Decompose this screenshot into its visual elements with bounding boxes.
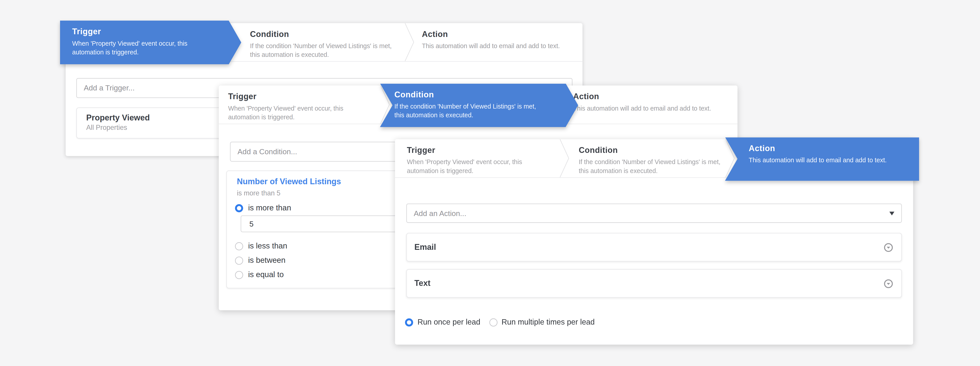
step-title: Action bbox=[573, 92, 735, 101]
condition-option-is-less-than[interactable]: is less than bbox=[235, 241, 287, 252]
step-title: Trigger bbox=[228, 92, 377, 101]
step-divider-icon bbox=[404, 23, 414, 61]
step-description: When 'Property Viewed' event occur, this… bbox=[407, 158, 556, 176]
step-description: If the condition 'Number of Viewed Listi… bbox=[250, 42, 409, 60]
action-card: Trigger When 'Property Viewed' event occ… bbox=[395, 139, 913, 344]
stepper: Trigger When 'Property Viewed' event occ… bbox=[219, 86, 738, 124]
option-label: is between bbox=[248, 256, 285, 265]
step-action[interactable]: Action This automation will add to email… bbox=[573, 86, 735, 124]
radio-selected-icon[interactable] bbox=[235, 204, 243, 212]
stepper: Condition If the condition 'Number of Vi… bbox=[66, 23, 582, 62]
step-title: Trigger bbox=[407, 146, 556, 155]
step-description: When 'Property Viewed' event occur, this… bbox=[72, 40, 241, 57]
step-title: Condition bbox=[250, 29, 409, 39]
circle-chevron-down-icon[interactable] bbox=[884, 279, 893, 288]
step-description: This automation will add to email and ad… bbox=[422, 42, 581, 51]
run-multiple-times-option[interactable]: Run multiple times per lead bbox=[489, 318, 595, 326]
option-label: is more than bbox=[248, 203, 291, 212]
radio-unselected-icon[interactable] bbox=[235, 256, 243, 265]
condition-name-link[interactable]: Number of Viewed Listings bbox=[237, 177, 341, 186]
add-action-select[interactable] bbox=[406, 203, 902, 223]
condition-summary: is more than 5 bbox=[237, 189, 280, 196]
condition-option-is-equal-to[interactable]: is equal to bbox=[235, 269, 284, 280]
step-description: If the condition 'Number of Viewed Listi… bbox=[579, 158, 724, 176]
step-condition[interactable]: Condition If the condition 'Number of Vi… bbox=[579, 139, 724, 177]
step-title: Action bbox=[749, 137, 919, 153]
action-row-text[interactable]: Text bbox=[406, 269, 902, 298]
automation-builder-page: Condition If the condition 'Number of Vi… bbox=[0, 0, 980, 366]
step-description: When 'Property Viewed' event occur, this… bbox=[228, 104, 377, 122]
radio-unselected-icon[interactable] bbox=[235, 242, 243, 250]
step-trigger-active[interactable]: Trigger When 'Property Viewed' event occ… bbox=[60, 21, 241, 64]
run-option-label: Run multiple times per lead bbox=[501, 318, 595, 326]
option-label: is equal to bbox=[248, 271, 284, 279]
step-trigger[interactable]: Trigger When 'Property Viewed' event occ… bbox=[407, 139, 556, 177]
step-title: Condition bbox=[579, 146, 724, 155]
step-description: If the condition 'Number of Viewed Listi… bbox=[395, 102, 578, 120]
radio-unselected-icon[interactable] bbox=[489, 318, 497, 326]
condition-option-is-between[interactable]: is between bbox=[235, 255, 285, 266]
step-action[interactable]: Action This automation will add to email… bbox=[422, 23, 581, 61]
run-once-per-lead-option[interactable]: Run once per lead bbox=[405, 318, 480, 326]
step-title: Action bbox=[422, 29, 581, 39]
step-description: This automation will add to email and ad… bbox=[573, 104, 735, 113]
run-frequency-options: Run once per lead Run multiple times per… bbox=[405, 318, 595, 326]
run-option-label: Run once per lead bbox=[417, 318, 480, 326]
action-label: Text bbox=[414, 270, 901, 297]
caret-down-icon[interactable] bbox=[889, 212, 894, 215]
step-condition[interactable]: Condition If the condition 'Number of Vi… bbox=[250, 23, 409, 61]
step-title: Trigger bbox=[72, 21, 241, 36]
step-trigger[interactable]: Trigger When 'Property Viewed' event occ… bbox=[228, 86, 377, 124]
step-action-active[interactable]: Action This automation will add to email… bbox=[725, 137, 919, 181]
stepper: Trigger When 'Property Viewed' event occ… bbox=[395, 139, 913, 178]
option-label: is less than bbox=[248, 242, 287, 250]
radio-unselected-icon[interactable] bbox=[235, 271, 243, 279]
step-condition-active[interactable]: Condition If the condition 'Number of Vi… bbox=[380, 83, 578, 127]
step-title: Condition bbox=[395, 83, 578, 99]
action-row-email[interactable]: Email bbox=[406, 233, 902, 261]
radio-selected-icon[interactable] bbox=[405, 318, 413, 326]
step-divider-icon bbox=[559, 139, 570, 177]
action-label: Email bbox=[414, 233, 901, 261]
circle-chevron-down-icon[interactable] bbox=[884, 243, 893, 252]
condition-option-is-more-than[interactable]: is more than bbox=[235, 202, 291, 214]
step-description: This automation will add to email and ad… bbox=[749, 156, 919, 165]
